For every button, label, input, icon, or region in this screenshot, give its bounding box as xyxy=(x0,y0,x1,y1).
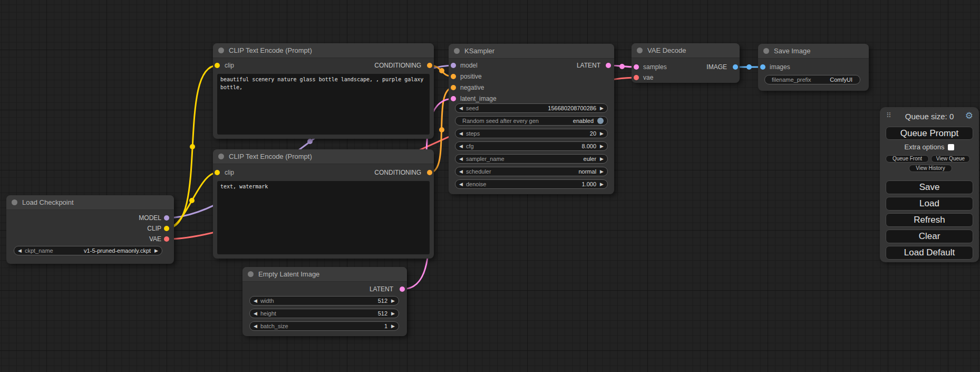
collapse-dot-icon[interactable] xyxy=(637,47,643,53)
width-widget[interactable]: ◀ width 512 ▶ xyxy=(249,296,399,306)
increment-arrow-icon[interactable]: ▶ xyxy=(600,129,604,138)
extra-options-checkbox[interactable] xyxy=(948,144,954,150)
queue-prompt-button[interactable]: Queue Prompt xyxy=(886,127,973,140)
model-output-port[interactable] xyxy=(164,215,169,221)
view-queue-button[interactable]: View Queue xyxy=(931,155,970,163)
increment-arrow-icon[interactable]: ▶ xyxy=(600,103,604,113)
seed-widget[interactable]: ◀ seed 156680208700286 ▶ xyxy=(455,103,608,113)
decrement-arrow-icon[interactable]: ◀ xyxy=(18,246,22,255)
scheduler-widget[interactable]: ◀ scheduler normal ▶ xyxy=(455,167,608,176)
widget-value: 512 xyxy=(378,310,387,317)
refresh-button[interactable]: Refresh xyxy=(886,213,973,227)
decrement-arrow-icon[interactable]: ◀ xyxy=(459,141,463,151)
collapse-dot-icon[interactable] xyxy=(218,47,224,53)
samples-input-port[interactable] xyxy=(634,64,639,70)
node-title-bar[interactable]: VAE Decode xyxy=(632,43,740,58)
increment-arrow-icon[interactable]: ▶ xyxy=(600,167,604,176)
conditioning-output-port[interactable] xyxy=(427,170,432,175)
latent-image-input-port[interactable] xyxy=(451,96,456,101)
wire-midpoint-dot[interactable] xyxy=(746,64,752,70)
node-clip-text-encode-negative[interactable]: CLIP Text Encode (Prompt) clip CONDITION… xyxy=(213,149,434,259)
queue-size-label: Queue size: 0 xyxy=(880,112,979,121)
latent-output-port[interactable] xyxy=(400,287,405,292)
node-title-bar[interactable]: KSampler xyxy=(449,44,614,59)
collapse-dot-icon[interactable] xyxy=(248,271,254,277)
negative-input-port[interactable] xyxy=(451,85,456,90)
increment-arrow-icon[interactable]: ▶ xyxy=(600,179,604,189)
node-ksampler[interactable]: KSampler model positive negative latent_… xyxy=(449,44,614,194)
collapse-dot-icon[interactable] xyxy=(763,48,769,54)
clip-output-port[interactable] xyxy=(164,226,169,231)
increment-arrow-icon[interactable]: ▶ xyxy=(600,141,604,151)
clip-input-port[interactable] xyxy=(215,170,220,175)
image-output-port[interactable] xyxy=(733,64,738,70)
increment-arrow-icon[interactable]: ▶ xyxy=(154,246,158,255)
decrement-arrow-icon[interactable]: ◀ xyxy=(254,296,257,306)
wire-midpoint-dot[interactable] xyxy=(619,64,625,69)
collapse-dot-icon[interactable] xyxy=(12,199,17,205)
ckpt-name-widget[interactable]: ◀ ckpt_name v1-5-pruned-emaonly.ckpt ▶ xyxy=(14,246,162,255)
positive-input-port[interactable] xyxy=(451,74,456,79)
cfg-widget[interactable]: ◀ cfg 8.000 ▶ xyxy=(455,141,608,151)
decrement-arrow-icon[interactable]: ◀ xyxy=(254,321,257,331)
wire-midpoint-dot[interactable] xyxy=(189,198,195,203)
wire-midpoint-dot[interactable] xyxy=(439,127,444,132)
widget-label: steps xyxy=(466,130,480,137)
widget-label: sampler_name xyxy=(466,156,504,162)
sampler-name-widget[interactable]: ◀ sampler_name euler ▶ xyxy=(455,154,608,164)
wire-midpoint-dot[interactable] xyxy=(190,144,195,149)
conditioning-output-port[interactable] xyxy=(427,63,432,68)
collapse-dot-icon[interactable] xyxy=(454,48,460,54)
model-input-port[interactable] xyxy=(451,63,456,68)
increment-arrow-icon[interactable]: ▶ xyxy=(391,309,395,318)
batch-size-widget[interactable]: ◀ batch_size 1 ▶ xyxy=(249,321,399,331)
view-history-button[interactable]: View History xyxy=(909,165,952,172)
random-seed-toggle-widget[interactable]: Random seed after every gen enabled xyxy=(455,116,608,126)
gear-icon[interactable]: ⚙ xyxy=(965,110,973,121)
load-button[interactable]: Load xyxy=(886,197,973,211)
decrement-arrow-icon[interactable]: ◀ xyxy=(459,179,463,189)
decrement-arrow-icon[interactable]: ◀ xyxy=(459,154,463,164)
increment-arrow-icon[interactable]: ▶ xyxy=(391,321,395,331)
height-widget[interactable]: ◀ height 512 ▶ xyxy=(249,309,399,318)
prompt-text-area[interactable]: text, watermark xyxy=(217,181,430,254)
latent-output-port[interactable] xyxy=(606,63,611,68)
decrement-arrow-icon[interactable]: ◀ xyxy=(459,103,463,113)
node-title-bar[interactable]: Load Checkpoint xyxy=(6,195,174,210)
decrement-arrow-icon[interactable]: ◀ xyxy=(459,167,463,176)
widget-label: batch_size xyxy=(260,323,288,329)
node-empty-latent-image[interactable]: Empty Latent Image LATENT ◀ width 512 ▶ … xyxy=(242,267,407,336)
node-save-image[interactable]: Save Image images filename_prefix ComfyU… xyxy=(758,44,869,91)
denoise-widget[interactable]: ◀ denoise 1.000 ▶ xyxy=(455,179,608,189)
load-default-button[interactable]: Load Default xyxy=(886,246,973,260)
node-clip-text-encode-positive[interactable]: CLIP Text Encode (Prompt) clip CONDITION… xyxy=(213,43,434,139)
collapse-dot-icon[interactable] xyxy=(218,154,224,159)
node-title-bar[interactable]: Save Image xyxy=(758,44,869,59)
queue-front-button[interactable]: Queue Front xyxy=(886,155,929,163)
node-vae-decode[interactable]: VAE Decode samples vae IMAGE xyxy=(632,43,740,83)
save-button[interactable]: Save xyxy=(886,180,973,194)
filename-prefix-widget[interactable]: filename_prefix ComfyUI xyxy=(764,75,860,84)
clip-input-port[interactable] xyxy=(215,63,220,68)
vae-input-port[interactable] xyxy=(634,75,639,80)
prompt-text-area[interactable]: beautiful scenery nature glass bottle la… xyxy=(217,74,430,135)
increment-arrow-icon[interactable]: ▶ xyxy=(391,296,395,306)
node-title-bar[interactable]: CLIP Text Encode (Prompt) xyxy=(213,149,434,164)
node-graph-canvas[interactable]: Load Checkpoint MODEL CLIP VAE ◀ ckpt_na… xyxy=(0,0,980,372)
node-load-checkpoint[interactable]: Load Checkpoint MODEL CLIP VAE ◀ ckpt_na… xyxy=(6,195,174,264)
steps-widget[interactable]: ◀ steps 20 ▶ xyxy=(455,129,608,138)
toggle-dot-icon[interactable] xyxy=(597,118,604,124)
clear-button[interactable]: Clear xyxy=(886,230,973,243)
queue-panel: ⠿ Queue size: 0 ⚙ Queue Prompt Extra opt… xyxy=(880,107,979,262)
node-title-bar[interactable]: Empty Latent Image xyxy=(242,267,407,282)
decrement-arrow-icon[interactable]: ◀ xyxy=(459,129,463,138)
widget-label: seed xyxy=(466,105,479,111)
wire-midpoint-dot[interactable] xyxy=(307,139,313,144)
node-title-bar[interactable]: CLIP Text Encode (Prompt) xyxy=(213,43,434,58)
vae-output-port[interactable] xyxy=(164,236,169,242)
increment-arrow-icon[interactable]: ▶ xyxy=(600,154,604,164)
images-input-port[interactable] xyxy=(760,64,765,70)
wire-midpoint-dot[interactable] xyxy=(439,68,444,73)
node-title: VAE Decode xyxy=(647,46,686,54)
decrement-arrow-icon[interactable]: ◀ xyxy=(254,309,257,318)
